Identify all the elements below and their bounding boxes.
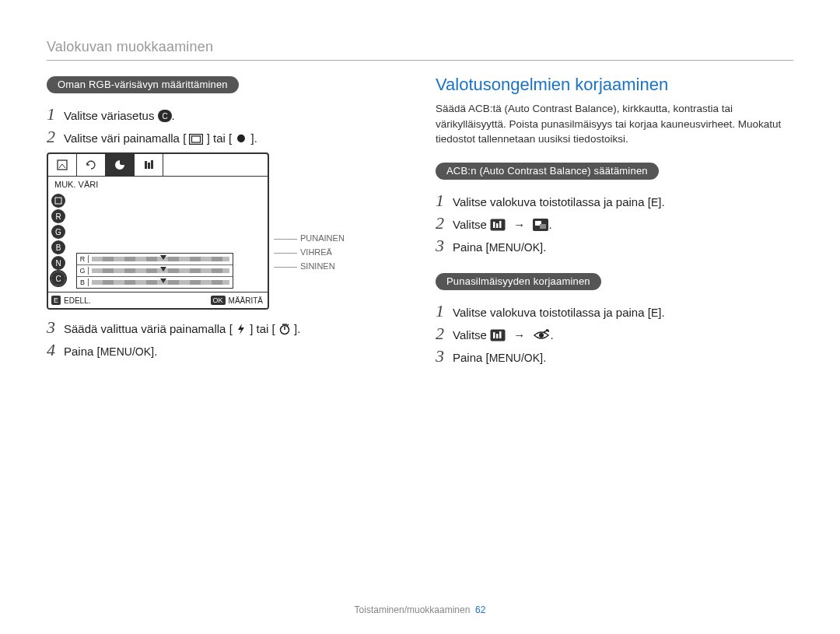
arrow-icon: →: [513, 327, 525, 343]
step-text: Valitse → .: [453, 216, 552, 233]
callout-green: VIHREÄ: [274, 247, 345, 257]
callout-red: PUNAINEN: [274, 233, 345, 243]
arrow-icon: →: [513, 216, 525, 233]
svg-rect-7: [151, 160, 153, 169]
step-number: 1: [436, 192, 453, 209]
adjust-menu-icon: [490, 219, 506, 231]
screen-body: R G B N C R G B: [48, 191, 268, 292]
step-number: 3: [436, 237, 453, 254]
timer-icon: [278, 323, 291, 335]
preset-icon: G: [51, 225, 65, 239]
step-number: 4: [47, 342, 64, 359]
screen-graph-column: R G B: [73, 191, 268, 292]
rgb-steps-cont: 3 Säädä valittua väriä painamalla [ ] ta…: [47, 319, 404, 360]
callout-blue: SININEN: [274, 261, 345, 271]
svg-rect-5: [145, 161, 147, 169]
footer-section: Toistaminen/muokkaaminen: [355, 604, 471, 615]
svg-rect-18: [493, 332, 495, 338]
rgb-slider-group: R G B: [76, 253, 233, 289]
tab-color-icon: [106, 154, 135, 176]
macro-icon: [235, 132, 247, 145]
screen-preset-column: R G B N C: [48, 191, 73, 292]
svg-text:C: C: [162, 112, 167, 121]
svg-rect-6: [148, 163, 150, 169]
screen-mode-label: MUK. VÄRI: [48, 177, 268, 191]
step-number: 2: [47, 128, 64, 145]
step-text: Säädä valittua väriä painamalla [ ] tai …: [64, 321, 300, 337]
svg-rect-19: [496, 334, 499, 338]
foot-back-label: EDELL.: [64, 296, 90, 305]
step-number: 2: [436, 215, 453, 232]
rgb-row-g: G: [77, 264, 233, 276]
section-heading-exposure: Valotusongelmien korjaaminen: [436, 75, 793, 95]
preset-icon: R: [51, 209, 65, 223]
footer-page-number: 62: [475, 604, 485, 615]
acb-icon: [533, 219, 548, 231]
running-head: Valokuvan muokkaaminen: [47, 39, 793, 55]
right-column: Valotusongelmien korjaaminen Säädä ACB:t…: [436, 75, 793, 371]
tab-adjust-icon: [135, 154, 163, 176]
step-text: Paina [MENU/OK].: [453, 349, 546, 366]
step-text: Valitse väriasetus C.: [64, 107, 175, 124]
step-number: 2: [436, 325, 453, 342]
preset-icon: B: [51, 240, 65, 254]
step-text: Valitse väri painamalla [ ] tai [ ].: [64, 130, 257, 146]
step-number: 3: [47, 319, 64, 336]
header-divider: [47, 60, 793, 61]
step-text: Paina [MENU/OK].: [453, 239, 546, 256]
preset-icon-selected: C: [51, 271, 65, 285]
page-footer: Toistaminen/muokkaaminen 62: [0, 604, 840, 615]
svg-rect-16: [540, 224, 546, 229]
svg-rect-4: [58, 160, 67, 170]
acb-steps: 1 Valitse valokuva toistotilassa ja pain…: [436, 192, 793, 256]
svg-rect-13: [499, 221, 502, 228]
foot-back-key: E: [51, 296, 61, 305]
foot-ok-key: OK: [211, 296, 226, 305]
step-number: 1: [436, 303, 453, 320]
step-text: Valitse valokuva toistotilassa ja paina …: [453, 304, 665, 321]
manual-page: Valokuvan muokkaaminen Oman RGB-värisävy…: [0, 0, 840, 634]
svg-point-21: [539, 333, 544, 338]
svg-rect-20: [499, 331, 502, 338]
rgb-row-r: R: [77, 254, 233, 264]
step-text: Paina [MENU/OK].: [64, 343, 157, 360]
camera-screen: MUK. VÄRI R G B N C R: [47, 152, 269, 310]
rgb-row-b: B: [77, 276, 233, 288]
custom-color-icon: C: [158, 110, 172, 122]
tab-rotate-icon: [77, 154, 106, 176]
section-intro: Säädä ACB:tä (Auto Contrast Balance), ki…: [436, 101, 793, 147]
step-text: Valitse → .: [453, 327, 554, 343]
svg-rect-8: [55, 198, 61, 204]
preset-icon: [51, 194, 65, 208]
pill-redeye-heading: Punasilmäisyyden korjaaminen: [436, 273, 601, 290]
redeye-steps: 1 Valitse valokuva toistotilassa ja pain…: [436, 303, 793, 366]
redeye-fix-icon: [533, 329, 550, 342]
svg-rect-3: [192, 136, 201, 142]
screen-callouts: PUNAINEN VIHREÄ SININEN: [274, 233, 345, 271]
step-text: Valitse valokuva toistotilassa ja paina …: [453, 194, 665, 211]
rgb-steps: 1 Valitse väriasetus C. 2 Valitse väri p…: [47, 106, 404, 146]
svg-rect-12: [496, 223, 499, 228]
step-number: 1: [47, 106, 64, 123]
left-column: Oman RGB-värisävyn määrittäminen 1 Valit…: [47, 75, 404, 371]
adjust-menu-icon: [490, 329, 506, 342]
flash-icon: [236, 323, 247, 335]
display-icon: [189, 134, 203, 145]
screen-tabbar: [48, 154, 268, 177]
preset-icon: N: [51, 256, 65, 270]
pill-rgb-heading: Oman RGB-värisävyn määrittäminen: [47, 76, 239, 93]
screen-footer: E EDELL. OK MÄÄRITÄ: [48, 292, 268, 308]
screen-wrapper: MUK. VÄRI R G B N C R: [47, 152, 404, 310]
foot-ok-label: MÄÄRITÄ: [229, 296, 263, 305]
pill-acb-heading: ACB:n (Auto Contrast Balance) säätäminen: [436, 163, 659, 180]
step-number: 3: [436, 348, 453, 365]
tab-resize-icon: [48, 154, 77, 176]
svg-rect-11: [493, 222, 495, 228]
content-columns: Oman RGB-värisävyn määrittäminen 1 Valit…: [47, 75, 793, 371]
